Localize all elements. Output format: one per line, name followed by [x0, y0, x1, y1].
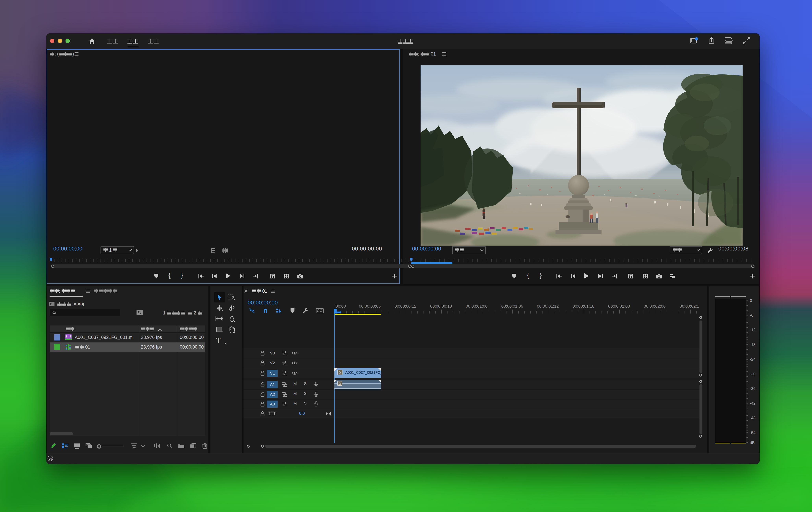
- svg-text:cc: cc: [49, 457, 52, 460]
